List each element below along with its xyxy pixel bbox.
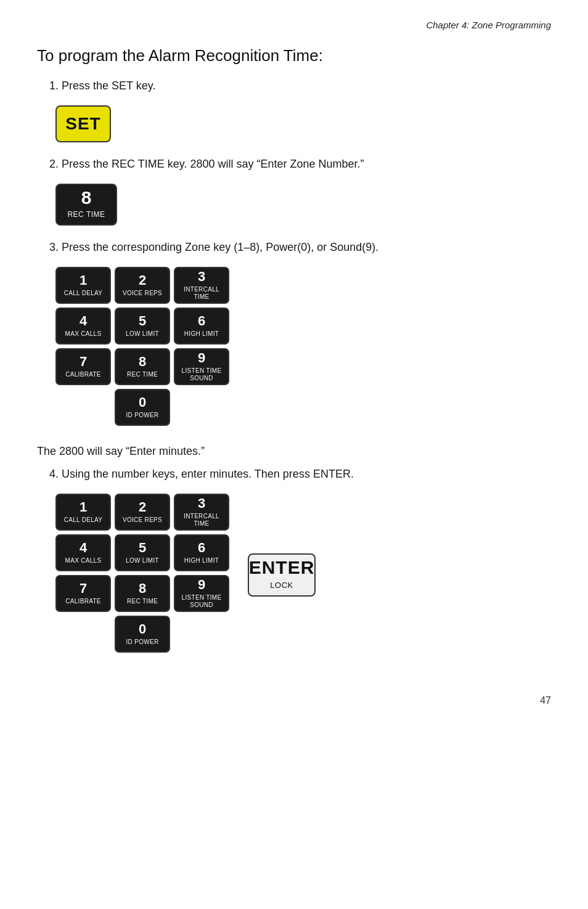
rectime-key-label: REC TIME [67, 209, 105, 220]
key-8-rec-time[interactable]: 8 REC TIME [115, 348, 170, 385]
step3-text: 3. Press the corresponding Zone key (1–8… [49, 239, 551, 256]
keypad1-row4: 0 ID POWER [55, 389, 229, 426]
key2-3-intercall-time[interactable]: 3 INTERCALL TIME [174, 494, 229, 531]
key-3-intercall-time[interactable]: 3 INTERCALL TIME [174, 267, 229, 304]
keypad2-grid: 1 CALL DELAY 2 VOICE REPS 3 INTERCALL TI… [55, 494, 229, 656]
keypad1-area: 1 CALL DELAY 2 VOICE REPS 3 INTERCALL TI… [55, 267, 551, 430]
key2-2-voice-reps[interactable]: 2 VOICE REPS [115, 494, 170, 531]
keypad2-enter-area: 1 CALL DELAY 2 VOICE REPS 3 INTERCALL TI… [55, 494, 551, 656]
keypad1-row1: 1 CALL DELAY 2 VOICE REPS 3 INTERCALL TI… [55, 267, 229, 304]
key2-8-rec-time[interactable]: 8 REC TIME [115, 575, 170, 612]
para-enter-minutes: The 2800 will say “Enter minutes.” [37, 443, 551, 460]
step1-text: 1. Press the SET key. [49, 78, 551, 94]
keypad1-row3: 7 CALIBRATE 8 REC TIME 9 LISTEN TIME SOU… [55, 348, 229, 385]
keypad2-row4: 0 ID POWER [55, 616, 229, 653]
enter-key-col: ENTER LOCK [248, 553, 316, 597]
key-5-low-limit[interactable]: 5 LOW LIMIT [115, 308, 170, 344]
rectime-key-area: 8 REC TIME [55, 184, 551, 226]
key-9-listen-time-sound[interactable]: 9 LISTEN TIME SOUND [174, 348, 229, 385]
key-2-voice-reps[interactable]: 2 VOICE REPS [115, 267, 170, 304]
key2-6-high-limit[interactable]: 6 HIGH LIMIT [174, 534, 229, 571]
keypad1-grid: 1 CALL DELAY 2 VOICE REPS 3 INTERCALL TI… [55, 267, 229, 430]
keypad2-row3: 7 CALIBRATE 8 REC TIME 9 LISTEN TIME SOU… [55, 575, 229, 612]
rectime-key[interactable]: 8 REC TIME [55, 184, 117, 226]
keypad1-row2: 4 MAX CALLS 5 LOW LIMIT 6 HIGH LIMIT [55, 308, 229, 344]
key2-4-max-calls[interactable]: 4 MAX CALLS [55, 534, 111, 571]
key-4-max-calls[interactable]: 4 MAX CALLS [55, 308, 111, 344]
page-title: To program the Alarm Recognition Time: [37, 44, 551, 68]
chapter-header: Chapter 4: Zone Programming [37, 18, 551, 33]
key-7-calibrate[interactable]: 7 CALIBRATE [55, 348, 111, 385]
set-key-area: SET [55, 105, 551, 142]
rectime-key-number: 8 [81, 189, 92, 207]
key2-1-call-delay[interactable]: 1 CALL DELAY [55, 494, 111, 531]
key-1-call-delay[interactable]: 1 CALL DELAY [55, 267, 111, 304]
enter-key-main: ENTER [249, 558, 315, 577]
keypad2-row2: 4 MAX CALLS 5 LOW LIMIT 6 HIGH LIMIT [55, 534, 229, 571]
key2-9-listen-time-sound[interactable]: 9 LISTEN TIME SOUND [174, 575, 229, 612]
key2-0-id-power[interactable]: 0 ID POWER [115, 616, 170, 653]
keypad2-row1: 1 CALL DELAY 2 VOICE REPS 3 INTERCALL TI… [55, 494, 229, 531]
key2-5-low-limit[interactable]: 5 LOW LIMIT [115, 534, 170, 571]
key2-7-calibrate[interactable]: 7 CALIBRATE [55, 575, 111, 612]
step2-text: 2. Press the REC TIME key. 2800 will say… [49, 156, 551, 173]
enter-key-sub: LOCK [270, 579, 293, 592]
key-6-high-limit[interactable]: 6 HIGH LIMIT [174, 308, 229, 344]
page-number: 47 [37, 693, 551, 708]
key-0-id-power[interactable]: 0 ID POWER [115, 389, 170, 426]
step4-text: 4. Using the number keys, enter minutes.… [49, 466, 551, 483]
enter-key[interactable]: ENTER LOCK [248, 553, 316, 597]
set-key[interactable]: SET [55, 105, 111, 142]
